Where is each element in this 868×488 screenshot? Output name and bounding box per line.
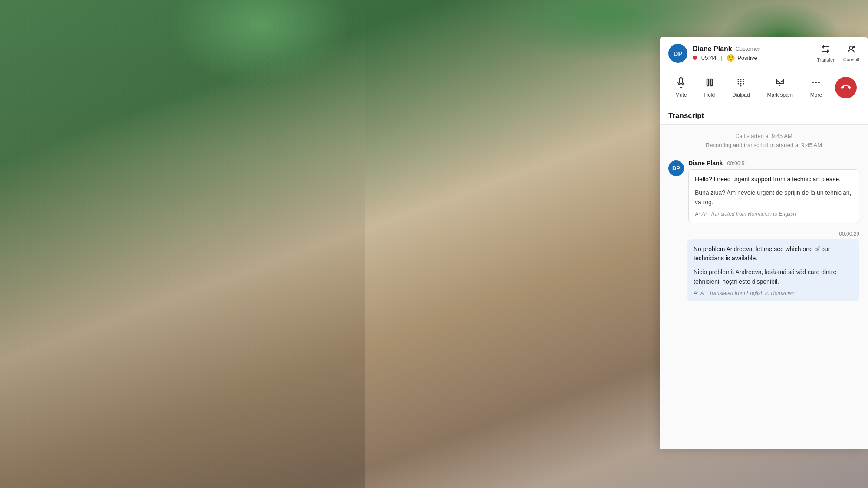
recording-started-text: Recording and transcription started at 9… [668,141,859,150]
svg-point-12 [743,81,744,82]
agent-message-time: 00:00:29 [839,231,859,237]
consult-label: Consult [843,57,859,62]
caller-status-row: 05:44 | 🙂 Positive [693,54,812,62]
mark-spam-label: Mark spam [767,92,793,98]
mark-spam-icon [775,77,785,90]
agent-text-romanian: Nicio problemă Andreeva, lasă-mă să văd … [694,268,853,286]
end-call-button[interactable] [835,77,857,98]
svg-point-10 [738,81,739,82]
transfer-icon [821,44,830,56]
mute-icon [676,77,686,90]
hold-icon [704,77,715,90]
recording-indicator [693,56,697,60]
svg-text:+: + [853,46,855,48]
transcript-header: Transcript [660,105,868,125]
svg-point-19 [815,82,817,83]
svg-point-7 [738,79,739,80]
caller-message-bubble: Hello? I need urgent support from a tech… [688,169,859,223]
caller-translation-text: Aⁱ · Translated from Romanian to English [702,211,796,217]
svg-rect-6 [710,79,712,86]
svg-point-13 [738,83,739,85]
caller-message-header: Diane Plank 00:00:51 [688,160,859,167]
mark-spam-button[interactable]: Mark spam [763,75,797,101]
sentiment-display: 🙂 Positive [727,54,757,62]
transfer-label: Transfer [817,57,835,62]
hold-label: Hold [704,92,715,98]
mute-button[interactable]: Mute [671,75,691,101]
translate-icon-caller: Aⁱ [695,211,700,217]
caller-role: Customer [736,46,760,52]
person-overlay [0,0,365,488]
call-panel: DP Diane Plank Customer 05:44 | 🙂 Positi… [660,37,868,449]
call-timer: 05:44 [701,54,717,61]
agent-message-row: 00:00:29 No problem Andreeva, let me see… [668,231,859,302]
agent-translation-note: Aⁱ Aⁱ · Translated from English to Roman… [694,290,853,296]
svg-point-11 [740,81,742,82]
translate-icon-agent: Aⁱ [694,290,698,296]
svg-rect-5 [707,79,709,86]
call-info-block: Call started at 9:45 AM Recording and tr… [668,132,859,150]
consult-icon: + [846,45,856,56]
svg-point-9 [743,79,744,80]
divider: | [721,55,722,61]
sentiment-label: Positive [737,55,757,61]
transcript-title: Transcript [668,111,704,120]
caller-message-sender: Diane Plank [688,160,723,167]
dialpad-label: Dialpad [732,92,750,98]
caller-name-row: Diane Plank Customer [693,45,812,53]
more-label: More [810,92,822,98]
caller-translation-note: Aⁱ Aⁱ · Translated from Romanian to Engl… [695,211,853,217]
svg-point-8 [740,79,742,80]
transfer-button[interactable]: Transfer [817,44,835,62]
call-started-text: Call started at 9:45 AM [668,132,859,141]
svg-point-15 [743,83,744,85]
sentiment-icon: 🙂 [727,54,735,62]
dialpad-icon [736,77,746,90]
svg-point-0 [850,46,853,49]
caller-name: Diane Plank [693,45,732,53]
svg-point-16 [740,85,742,87]
hold-button[interactable]: Hold [700,75,719,101]
consult-button[interactable]: + Consult [843,45,859,62]
call-toolbar: Mute Hold Dialpad [660,70,868,105]
caller-avatar: DP [668,44,687,63]
more-icon [811,77,821,90]
header-actions: Transfer + Consult [817,44,859,62]
svg-point-20 [818,82,820,83]
caller-message-time: 00:00:51 [727,160,747,167]
svg-point-14 [740,83,742,85]
call-header: DP Diane Plank Customer 05:44 | 🙂 Positi… [660,37,868,70]
more-button[interactable]: More [806,75,826,101]
caller-message-avatar: DP [668,160,684,176]
mute-label: Mute [675,92,687,98]
caller-info: Diane Plank Customer 05:44 | 🙂 Positive [693,45,812,62]
caller-text-romanian: Buna ziua? Am nevoie urgent de sprijin d… [695,188,853,207]
dialpad-button[interactable]: Dialpad [728,75,754,101]
agent-text-english: No problem Andreeva, let me see which on… [694,245,853,263]
transcript-body: Call started at 9:45 AM Recording and tr… [660,125,868,449]
agent-message-bubble: No problem Andreeva, let me see which on… [687,239,859,302]
svg-point-18 [812,82,814,83]
agent-translation-text: Aⁱ · Translated from English to Romanian [700,290,795,296]
end-call-icon [841,82,851,93]
caller-message-content: Diane Plank 00:00:51 Hello? I need urgen… [688,160,859,223]
caller-message-row: DP Diane Plank 00:00:51 Hello? I need ur… [668,160,859,223]
caller-text-english: Hello? I need urgent support from a tech… [695,175,853,184]
